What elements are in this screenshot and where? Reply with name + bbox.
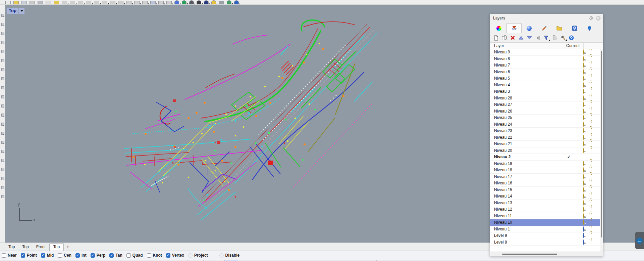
layer-name[interactable]: Niveau 26 — [490, 109, 564, 114]
viewport-title-menu[interactable]: Top — [7, 8, 24, 14]
layer-name[interactable]: Niveau 2 — [490, 155, 564, 159]
left-toolbar-icon[interactable] — [1, 150, 4, 153]
current-layer-check[interactable]: ✓ — [564, 155, 583, 159]
layer-visibility-bulb-icon[interactable] — [583, 82, 584, 88]
osnap-project[interactable]: Project — [188, 253, 208, 258]
pan-icon[interactable] — [158, 1, 164, 4]
layer-row[interactable]: Niveau 18 — [490, 167, 603, 174]
osnap-int[interactable]: ✓Int — [75, 253, 87, 258]
viewport-tab-top-3[interactable]: Top — [49, 243, 64, 251]
layer-name[interactable]: Niveau 23 — [490, 128, 564, 133]
left-toolbar-icon[interactable] — [1, 159, 4, 162]
layer-name[interactable]: Niveau 13 — [490, 201, 564, 205]
layer-name[interactable]: Niveau 4 — [490, 83, 564, 87]
layer-visibility-bulb-icon[interactable] — [583, 233, 584, 238]
layer-lock-icon[interactable] — [591, 148, 591, 153]
layer-name[interactable]: Niveau 3 — [490, 89, 564, 94]
new-layer-icon[interactable] — [493, 35, 499, 41]
tab-layers[interactable] — [506, 23, 522, 33]
layer-row[interactable]: Niveau 10 — [490, 219, 603, 226]
layer-row[interactable]: Niveau 24 — [490, 121, 603, 128]
open-file-icon[interactable] — [13, 1, 19, 4]
left-toolbar-icon[interactable] — [1, 86, 4, 89]
layer-visibility-bulb-icon[interactable] — [583, 108, 584, 114]
new-file-icon[interactable] — [5, 1, 11, 4]
layer-visibility-bulb-icon[interactable] — [583, 174, 584, 179]
layer-row[interactable]: Niveau 6 — [490, 69, 603, 76]
layer-row[interactable]: Niveau 4 — [490, 82, 603, 89]
layer-name[interactable]: Niveau 18 — [490, 168, 564, 172]
left-toolbar-icon[interactable] — [1, 168, 4, 171]
globe-icon[interactable] — [234, 0, 239, 4]
layer-name[interactable]: Niveau 10 — [490, 220, 564, 225]
layer-visibility-bulb-icon[interactable] — [583, 115, 584, 120]
layer-tools-icon[interactable] — [560, 35, 566, 41]
rotate-icon[interactable] — [110, 1, 115, 4]
osnap-tan[interactable]: ✓Tan — [109, 253, 122, 258]
checkbox-tan[interactable]: ✓ — [109, 253, 114, 258]
layer-name[interactable]: Niveau 25 — [490, 115, 564, 120]
checkbox-knot[interactable] — [147, 253, 151, 258]
checkbox-cen[interactable] — [58, 253, 62, 258]
layer-row[interactable]: Niveau 23 — [490, 128, 603, 134]
layer-visibility-bulb-icon[interactable] — [583, 95, 584, 101]
layer-row[interactable]: Niveau 26 — [490, 108, 603, 115]
move-layer-down-icon[interactable] — [526, 35, 533, 41]
checkbox-point[interactable]: ✓ — [21, 253, 25, 258]
checkbox-near[interactable] — [2, 253, 6, 258]
collapse-icon[interactable] — [535, 35, 541, 41]
render-icon[interactable] — [204, 0, 209, 4]
layer-visibility-bulb-icon[interactable] — [583, 207, 584, 212]
checkbox-quad[interactable] — [126, 253, 131, 258]
layer-visibility-bulb-icon[interactable] — [583, 122, 584, 127]
help-icon[interactable] — [568, 35, 575, 41]
mirror-icon[interactable] — [126, 1, 131, 4]
undo-icon[interactable] — [62, 1, 67, 4]
osnap-disable[interactable]: Disable — [219, 253, 240, 258]
layer-name[interactable]: Niveau 11 — [490, 214, 564, 218]
gear-icon[interactable] — [589, 16, 594, 21]
layer-name[interactable]: Niveau 14 — [490, 194, 564, 199]
layer-name[interactable]: Niveau 24 — [490, 122, 564, 127]
viewport-title[interactable]: Top — [7, 8, 18, 14]
left-toolbar-icon[interactable] — [1, 114, 4, 117]
filter-icon[interactable] — [543, 35, 549, 41]
layer-name[interactable]: Niveau 6 — [490, 70, 564, 74]
layer-row[interactable]: Niveau 2✓ — [490, 154, 603, 161]
left-toolbar-icon[interactable] — [1, 14, 4, 17]
layer-visibility-bulb-icon[interactable] — [583, 56, 584, 61]
left-toolbar-icon[interactable] — [1, 68, 4, 71]
left-toolbar-icon[interactable] — [1, 95, 4, 98]
earth-icon[interactable] — [227, 0, 231, 4]
left-toolbar-icon[interactable] — [1, 104, 4, 107]
osnap-cen[interactable]: Cen — [58, 253, 71, 258]
checkbox-vertex[interactable]: ✓ — [166, 253, 170, 258]
layer-name[interactable]: Niveau 17 — [490, 174, 564, 179]
column-header-current[interactable]: Current — [564, 43, 583, 49]
scale-icon[interactable] — [118, 1, 123, 4]
vertical-scrollbar[interactable] — [600, 49, 603, 252]
scrollbar-thumb[interactable] — [601, 51, 602, 237]
tab-help[interactable] — [567, 23, 582, 33]
left-toolbar-icon[interactable] — [1, 59, 4, 62]
left-toolbar-icon[interactable] — [1, 41, 4, 44]
layer-name[interactable]: Niveau 5 — [490, 76, 564, 81]
layer-visibility-bulb-icon[interactable] — [583, 167, 584, 173]
layer-visibility-bulb-icon[interactable] — [583, 240, 584, 245]
layer-visibility-bulb-icon[interactable] — [583, 161, 584, 166]
move-icon[interactable] — [102, 1, 107, 4]
layer-row[interactable]: Niveau 25 — [490, 115, 603, 121]
layer-name[interactable]: Niveau 27 — [490, 102, 564, 107]
layer-visibility-bulb-icon[interactable] — [583, 102, 584, 107]
layer-visibility-bulb-icon[interactable] — [583, 49, 584, 55]
ghosted-view-icon[interactable] — [189, 0, 194, 4]
measure-icon[interactable] — [219, 1, 224, 4]
rendered-view-icon[interactable] — [182, 0, 186, 4]
paste-icon[interactable] — [54, 1, 59, 4]
left-toolbar-icon[interactable] — [1, 186, 4, 189]
column-header-layer[interactable]: Layer — [490, 43, 564, 48]
horizontal-scrollbar[interactable] — [490, 252, 603, 256]
tab-folder[interactable] — [552, 23, 567, 33]
move-layer-up-icon[interactable] — [518, 35, 524, 41]
layer-row[interactable]: Niveau 5 — [490, 75, 603, 82]
